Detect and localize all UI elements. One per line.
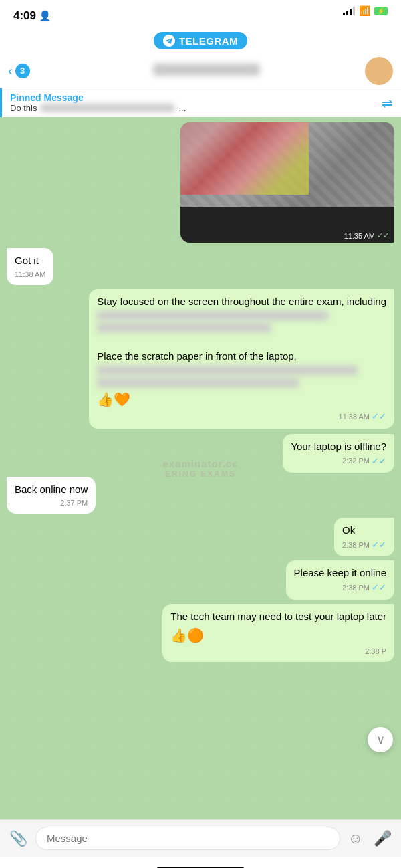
emoji-button[interactable]: ☺ [346, 827, 366, 850]
telegram-header: TELEGRAM 📶 ⚡ [0, 29, 401, 53]
message-meta: 11:38 AM ✓✓ [97, 411, 386, 423]
input-bar: 📎 ☺ 🎤 [0, 819, 401, 857]
message-bubble: Got it 11:38 AM [7, 248, 53, 285]
message-time: 11:38 AM [15, 269, 45, 280]
message-row: Your laptop is offline? 2:32 PM ✓✓ [7, 434, 394, 473]
checkmarks-icon: ✓✓ [372, 582, 386, 594]
status-time: 4:09 [13, 9, 36, 23]
message-row: The tech team may need to test your lapt… [7, 604, 394, 662]
message-input[interactable] [35, 827, 340, 850]
message-emojis: 👍🧡 [97, 390, 386, 409]
nav-title [48, 64, 365, 78]
message-time: 2:38 PM [342, 583, 370, 593]
home-indicator [0, 857, 401, 868]
contact-name-blur [153, 64, 260, 76]
back-button[interactable]: ‹ 3 [8, 63, 48, 78]
scroll-down-button[interactable]: ∨ [368, 727, 393, 752]
image-time: 11:35 AM ✓✓ [344, 231, 389, 240]
message-meta: 2:38 P [170, 647, 386, 657]
message-time: 2:37 PM [60, 498, 88, 508]
blur-text [97, 366, 358, 375]
message-row: Ok 2:38 PM ✓✓ [7, 518, 394, 556]
chat-area: examinator.cc ERING EXAMS 11:35 AM ✓✓ Go… [0, 117, 401, 819]
message-bubble: Ok 2:38 PM ✓✓ [334, 518, 394, 556]
message-time: 2:38 PM [342, 540, 370, 550]
message-text: Please keep it online [294, 567, 386, 578]
checkmarks-icon: ✓✓ [372, 539, 386, 551]
chevron-down-icon: ∨ [376, 732, 385, 747]
message-meta: 11:38 AM [15, 269, 45, 280]
message-row: Please keep it online 2:38 PM ✓✓ [7, 560, 394, 599]
checkmarks-icon: ✓✓ [372, 411, 386, 423]
message-time: 11:38 AM [339, 412, 370, 422]
message-row: Got it 11:38 AM [7, 248, 394, 285]
message-bubble: Your laptop is offline? 2:32 PM ✓✓ [283, 434, 394, 473]
message-bubble: The tech team may need to test your lapt… [162, 604, 394, 662]
telegram-label: TELEGRAM [179, 35, 238, 47]
message-bubble: Back online now 2:37 PM [7, 477, 96, 514]
message-bubble: Please keep it online 2:38 PM ✓✓ [286, 560, 394, 599]
message-text: Your laptop is offline? [291, 441, 386, 452]
image-bubble: 11:35 AM ✓✓ [180, 122, 394, 243]
back-badge: 3 [15, 64, 30, 78]
blur-text [97, 323, 271, 332]
image-message: 11:35 AM ✓✓ [7, 122, 394, 243]
person-icon: 👤 [39, 10, 51, 22]
blur-text [97, 378, 299, 387]
message-text2: Place the scratch paper in front of the … [97, 350, 297, 362]
mic-button[interactable]: 🎤 [371, 827, 394, 850]
pinned-message-bar[interactable]: Pinned Message Do this ... ⇌ [0, 88, 401, 117]
pinned-text: Do this ... [10, 103, 186, 113]
message-text: Ok [342, 524, 355, 536]
back-chevron-icon: ‹ [8, 63, 13, 78]
message-time: 2:38 P [365, 647, 386, 657]
pinned-title: Pinned Message [10, 92, 186, 103]
message-text: Got it [15, 255, 39, 266]
telegram-badge: TELEGRAM [154, 32, 247, 49]
battery-icon: ⚡ [374, 7, 388, 15]
signal-bars [343, 6, 355, 15]
message-meta: 2:37 PM [15, 498, 88, 508]
attach-button[interactable]: 📎 [7, 827, 30, 850]
message-meta: 2:32 PM ✓✓ [291, 455, 386, 467]
image-checkmarks: ✓✓ [377, 231, 389, 240]
message-text: Back online now [15, 483, 88, 495]
message-meta: 2:38 PM ✓✓ [294, 582, 386, 594]
message-time: 2:32 PM [342, 456, 370, 466]
status-bar: 4:09 👤 [0, 0, 401, 29]
message-row: Back online now 2:37 PM [7, 477, 394, 514]
message-bubble: Stay focused on the screen throughout th… [89, 289, 394, 428]
wifi-icon: 📶 [359, 5, 370, 16]
pinned-content: Pinned Message Do this ... [10, 92, 186, 113]
top-nav: ‹ 3 [0, 53, 401, 88]
pinned-blur [41, 104, 174, 112]
image-placeholder: 11:35 AM ✓✓ [180, 122, 394, 243]
message-row: Stay focused on the screen throughout th… [7, 289, 394, 428]
message-text: The tech team may need to test your lapt… [170, 611, 386, 622]
pin-icon: ⇌ [382, 95, 393, 111]
avatar[interactable] [365, 57, 393, 85]
checkmarks-icon: ✓✓ [372, 455, 386, 467]
message-emojis: 👍🟠 [170, 626, 386, 645]
message-text: Stay focused on the screen throughout th… [97, 296, 386, 307]
blur-text [97, 311, 328, 320]
message-meta: 2:38 PM ✓✓ [342, 539, 386, 551]
telegram-icon [163, 35, 175, 47]
